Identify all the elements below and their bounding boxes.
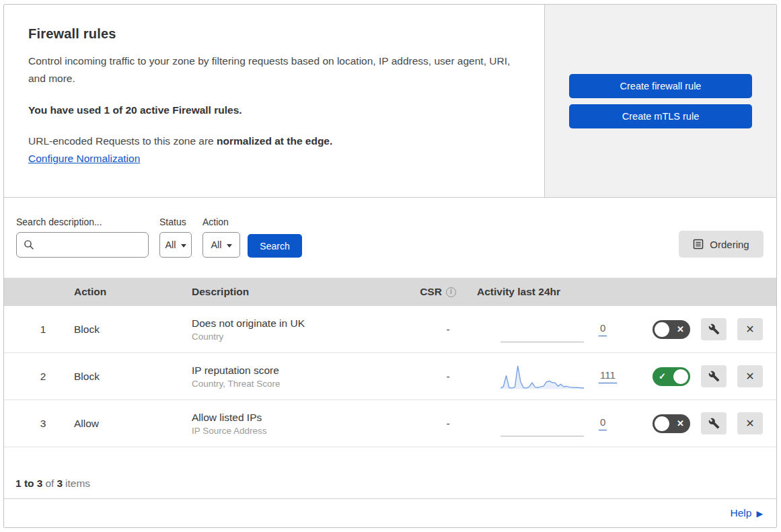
wrench-icon bbox=[708, 371, 720, 382]
toggle-knob bbox=[655, 416, 669, 431]
rule-enable-toggle[interactable]: ✓ bbox=[653, 367, 690, 386]
items-label: items bbox=[65, 478, 90, 490]
intro-description: Control incoming traffic to your zone by… bbox=[28, 52, 514, 87]
activity-cell: 0 bbox=[475, 315, 640, 344]
activity-cell: 0 bbox=[475, 410, 640, 438]
wrench-icon bbox=[708, 418, 720, 429]
search-input[interactable] bbox=[40, 239, 141, 251]
help-bar: Help ▶ bbox=[4, 499, 776, 527]
rule-fields: IP Source Address bbox=[192, 426, 401, 436]
items-range: 1 to 3 bbox=[15, 478, 42, 490]
intro-section: Firewall rules Control incoming traffic … bbox=[4, 5, 544, 197]
toggle-state-icon: ✕ bbox=[677, 320, 684, 339]
search-icon bbox=[24, 239, 34, 250]
rule-priority: 2 bbox=[4, 371, 65, 383]
header-section: Firewall rules Control incoming traffic … bbox=[4, 5, 776, 198]
rule-action: Block bbox=[65, 371, 182, 383]
close-icon: ✕ bbox=[745, 323, 754, 336]
rule-description-cell: Does not originate in UK Country bbox=[182, 317, 401, 342]
delete-rule-button[interactable]: ✕ bbox=[737, 412, 763, 434]
rule-fields: Country bbox=[192, 332, 401, 342]
wrench-icon bbox=[708, 324, 720, 335]
chevron-down-icon bbox=[181, 244, 186, 248]
close-icon: ✕ bbox=[745, 370, 754, 383]
csr-header-label: CSR bbox=[420, 286, 442, 298]
search-button[interactable]: Search bbox=[248, 234, 302, 258]
ordering-button[interactable]: Ordering bbox=[679, 231, 764, 258]
csr-value: - bbox=[401, 324, 475, 336]
delete-rule-button[interactable]: ✕ bbox=[737, 365, 763, 387]
items-of-label: of bbox=[45, 478, 54, 490]
status-selected-value: All bbox=[165, 239, 176, 250]
status-filter-group: Status All bbox=[159, 217, 192, 258]
table-row: 2 Block IP reputation score Country, Thr… bbox=[4, 353, 776, 400]
info-icon[interactable]: i bbox=[446, 287, 456, 297]
page-container: Firewall rules Control incoming traffic … bbox=[3, 4, 777, 528]
table-row: 1 Block Does not originate in UK Country… bbox=[4, 306, 776, 353]
csr-value: - bbox=[401, 418, 475, 430]
rule-priority: 1 bbox=[4, 324, 65, 336]
search-input-wrapper bbox=[16, 232, 149, 258]
toggle-knob bbox=[655, 322, 669, 337]
activity-cell: 111 bbox=[475, 363, 640, 391]
table-row: 3 Allow Allow listed IPs IP Source Addre… bbox=[4, 400, 776, 447]
action-select[interactable]: All bbox=[202, 232, 240, 258]
rule-enable-toggle[interactable]: ✕ bbox=[653, 320, 690, 339]
search-group: Search description... bbox=[16, 217, 149, 258]
help-link[interactable]: Help ▶ bbox=[730, 507, 763, 519]
page-title: Firewall rules bbox=[28, 26, 517, 42]
delete-rule-button[interactable]: ✕ bbox=[737, 318, 763, 340]
activity-sparkline bbox=[500, 363, 584, 391]
rule-enable-toggle[interactable]: ✕ bbox=[653, 414, 690, 433]
activity-count-link[interactable]: 0 bbox=[599, 416, 607, 430]
search-description-label: Search description... bbox=[16, 217, 149, 227]
column-header-action: Action bbox=[65, 286, 182, 298]
rule-action: Block bbox=[65, 324, 182, 336]
toggle-state-icon: ✕ bbox=[677, 414, 684, 433]
ordering-list-icon bbox=[693, 239, 704, 250]
close-icon: ✕ bbox=[745, 417, 754, 430]
rule-fields: Country, Threat Score bbox=[192, 379, 401, 389]
action-filter-group: Action All bbox=[202, 217, 240, 258]
activity-count-link[interactable]: 0 bbox=[599, 322, 607, 336]
toggle-knob bbox=[673, 369, 688, 384]
rule-controls: ✕ ✕ bbox=[640, 318, 776, 340]
help-link-label: Help bbox=[730, 507, 751, 519]
create-mtls-rule-button[interactable]: Create mTLS rule bbox=[569, 104, 752, 128]
rule-description: Does not originate in UK bbox=[192, 317, 401, 330]
actions-panel: Create firewall rule Create mTLS rule bbox=[544, 5, 776, 197]
rule-description-cell: Allow listed IPs IP Source Address bbox=[182, 412, 401, 436]
rule-action: Allow bbox=[65, 418, 182, 430]
configure-normalization-link[interactable]: Configure Normalization bbox=[28, 153, 140, 164]
items-total: 3 bbox=[57, 478, 63, 490]
column-header-description: Description bbox=[182, 286, 401, 298]
ordering-button-label: Ordering bbox=[710, 239, 749, 250]
rule-description: IP reputation score bbox=[192, 365, 401, 377]
edit-rule-button[interactable] bbox=[701, 365, 727, 387]
rule-description: Allow listed IPs bbox=[192, 412, 401, 424]
rule-controls: ✓ ✕ bbox=[640, 365, 776, 387]
chevron-down-icon bbox=[227, 244, 232, 248]
rule-controls: ✕ ✕ bbox=[640, 412, 776, 434]
action-label: Action bbox=[202, 217, 240, 227]
create-firewall-rule-button[interactable]: Create firewall rule bbox=[569, 74, 752, 98]
usage-summary: You have used 1 of 20 active Firewall ru… bbox=[28, 104, 517, 116]
action-selected-value: All bbox=[211, 239, 221, 250]
help-arrow-icon: ▶ bbox=[756, 508, 763, 519]
filters-bar: Search description... Status All Action … bbox=[4, 198, 776, 278]
rule-priority: 3 bbox=[4, 418, 65, 430]
table-header-row: Action Description CSR i Activity last 2… bbox=[4, 278, 776, 306]
activity-count-link[interactable]: 111 bbox=[599, 369, 617, 383]
activity-sparkline bbox=[500, 315, 584, 344]
activity-sparkline bbox=[500, 410, 584, 438]
edit-rule-button[interactable] bbox=[701, 318, 727, 340]
normalization-note-bold: normalized at the edge. bbox=[217, 135, 332, 147]
column-header-activity: Activity last 24hr bbox=[475, 286, 640, 298]
status-select[interactable]: All bbox=[159, 232, 192, 258]
rule-description-cell: IP reputation score Country, Threat Scor… bbox=[182, 365, 401, 389]
normalization-note: URL-encoded Requests to this zone are no… bbox=[28, 135, 517, 147]
pagination-bar: 1 to 3 of 3 items bbox=[4, 447, 776, 499]
toggle-state-icon: ✓ bbox=[659, 367, 666, 386]
normalization-note-prefix: URL-encoded Requests to this zone are bbox=[28, 135, 217, 147]
edit-rule-button[interactable] bbox=[701, 412, 727, 434]
